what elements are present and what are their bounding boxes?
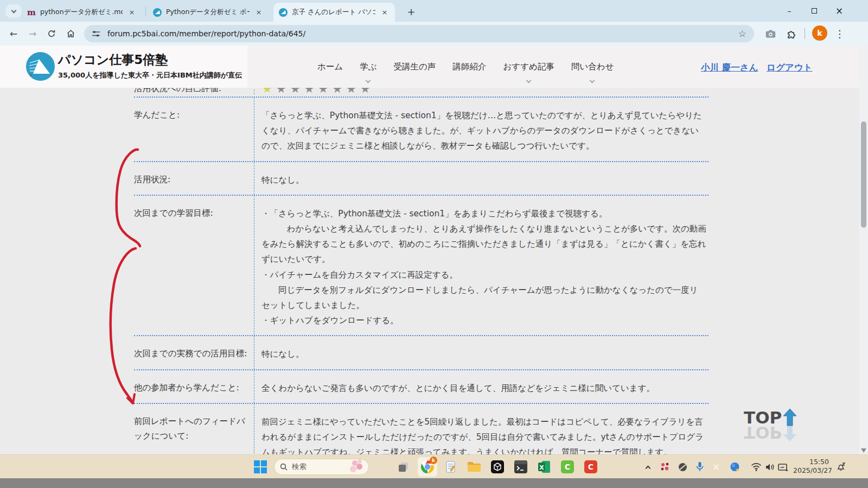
excel-button[interactable]: X — [537, 459, 552, 474]
black-cube-app-button[interactable] — [490, 459, 505, 474]
home-icon — [66, 29, 75, 38]
url-text[interactable]: forum.pc5bai.com/member/report/python-da… — [107, 29, 738, 38]
tray-overflow-button[interactable] — [640, 459, 655, 474]
tab-markdown[interactable]: m pythonデータ分析ゼミ.md × — [22, 3, 142, 22]
nav-item-voices[interactable]: 受講生の声 — [394, 61, 436, 73]
task-view-button[interactable] — [396, 459, 411, 474]
row-label: 次回までの学習目標: — [134, 196, 254, 336]
blocked-circle-icon — [678, 462, 688, 472]
speaker-icon — [765, 463, 775, 472]
close-button[interactable]: × — [827, 0, 852, 22]
tray-date: 2025/03/27 — [793, 466, 829, 475]
maximize-button[interactable] — [802, 0, 827, 22]
notepad-taskbar-button[interactable] — [443, 459, 458, 474]
tray-clock[interactable]: 15:50 2025/03/27 — [793, 458, 829, 475]
tray-pink-app-button[interactable] — [658, 459, 673, 474]
site-favicon-icon — [279, 8, 288, 17]
main-nav: ホーム 学ぶ 受講生の声 講師紹介 おすすめ記事 問い合わせ — [317, 46, 614, 88]
extensions-button[interactable] — [783, 25, 799, 42]
tab-search-button[interactable] — [5, 4, 22, 18]
row-label: 次回までの実務での活用目標: — [134, 336, 254, 369]
microphone-icon — [696, 461, 704, 472]
chrome-profile-badge: k — [430, 457, 437, 464]
bookmark-star-icon[interactable]: ☆ — [738, 28, 746, 39]
search-icon — [280, 463, 288, 471]
tab-report-active[interactable]: 京子 さんのレポート パソコン仕事 5 × — [273, 3, 395, 22]
web-page: 活用状況への自己評価: ★★★★★★★★ 学んだこと: 「さらっと学ぶ、Pyth… — [0, 46, 868, 454]
url-bar[interactable]: forum.pc5bai.com/member/report/python-da… — [84, 25, 754, 42]
chevron-down-icon — [590, 78, 595, 83]
site-title[interactable]: パソコン仕事5倍塾 — [58, 52, 168, 68]
terminal-button[interactable] — [513, 459, 528, 474]
browser-menu-button[interactable]: ⋮ — [832, 25, 848, 42]
tray-wifi-button[interactable] — [749, 459, 764, 474]
tab-title: 京子 さんのレポート パソコン仕事 5 — [292, 8, 375, 17]
nav-item-articles[interactable]: おすすめ記事 — [503, 61, 554, 73]
profile-avatar[interactable]: k — [812, 25, 827, 41]
maximize-icon — [812, 8, 817, 14]
site-logo[interactable] — [26, 52, 55, 81]
start-button[interactable] — [254, 460, 267, 473]
table-row: 次回までの学習目標: ・「さらっと学ぶ、Python基礎文法 - section… — [134, 196, 709, 337]
reload-icon — [47, 29, 56, 38]
nav-item-instructors[interactable]: 講師紹介 — [452, 61, 486, 73]
pyramid-logo-icon — [26, 52, 55, 81]
user-name-link[interactable]: 小川 慶一さん — [701, 62, 758, 74]
tray-globe-button[interactable] — [727, 459, 742, 474]
tab-close-icon[interactable]: × — [127, 8, 137, 17]
tray-volume-button[interactable] — [762, 459, 777, 474]
back-button[interactable]: ← — [5, 25, 22, 42]
camera-icon — [765, 30, 776, 38]
red-c-app-button[interactable]: C — [583, 459, 598, 474]
table-row: 次回までの実務での活用目標: 特になし。 — [134, 336, 709, 370]
back-to-top-button[interactable]: TOP TOP — [744, 408, 803, 440]
markdown-file-icon: m — [27, 8, 36, 17]
scrollbar-down-arrow-icon[interactable] — [861, 448, 866, 453]
tray-microphone-button[interactable] — [692, 459, 707, 474]
green-c-app-button[interactable]: C — [560, 459, 575, 474]
nav-item-contact[interactable]: 問い合わせ — [571, 61, 614, 73]
tray-close-button[interactable]: × — [709, 459, 724, 474]
site-subtitle: 35,000人を指導した東大卒・元日本IBM社内講師が直伝 — [58, 70, 242, 80]
table-row: 学んだこと: 「さらっと学ぶ、Python基礎文法 - section1」を視聴… — [134, 98, 709, 162]
nav-item-learn[interactable]: 学ぶ — [360, 61, 376, 73]
puzzle-icon — [787, 29, 796, 38]
row-value: ・「さらっと学ぶ、Python基礎文法 - section1」をあまりこだわらず… — [254, 196, 709, 336]
tab-separator — [145, 7, 146, 16]
logout-link[interactable]: ログアウト — [767, 62, 812, 74]
tab-close-icon[interactable]: × — [380, 8, 390, 17]
page-scrollbar[interactable] — [859, 46, 868, 454]
row-value: 特になし。 — [254, 162, 709, 195]
home-button[interactable] — [62, 25, 79, 42]
pen-tablet-icon — [778, 463, 789, 472]
reload-button[interactable] — [43, 25, 60, 42]
tray-time: 15:50 — [793, 458, 829, 466]
tab-close-icon[interactable]: × — [254, 8, 264, 17]
scrollbar-thumb[interactable] — [861, 121, 866, 228]
tray-blocked-button[interactable] — [675, 459, 690, 474]
screenshot-camera-button[interactable] — [762, 25, 778, 42]
browser-window: m pythonデータ分析ゼミ.md × Pythonデータ分析ゼミ ポータルト… — [0, 0, 868, 488]
forward-button[interactable]: → — [24, 25, 41, 42]
site-favicon-icon — [153, 8, 162, 17]
row-value: 全くわからないご発言も多いのですが、とにかく目を通して、用語などをジェミニ様に聞… — [254, 370, 709, 403]
top-reflection: TOP — [744, 423, 803, 442]
chrome-taskbar-button[interactable]: k — [420, 459, 435, 474]
taskbar-search[interactable]: 検索 — [274, 459, 369, 475]
tab-bar: m pythonデータ分析ゼミ.md × Pythonデータ分析ゼミ ポータルト… — [0, 0, 868, 22]
tray-pen-device-button[interactable] — [776, 459, 791, 474]
search-placeholder: 検索 — [292, 462, 343, 472]
nav-item-home[interactable]: ホーム — [317, 61, 343, 73]
blue-globe-icon — [730, 462, 740, 472]
cube-app-icon — [491, 460, 504, 473]
wifi-icon — [751, 463, 762, 471]
minimize-button[interactable]: – — [777, 0, 802, 22]
row-value: 特になし。 — [254, 336, 709, 369]
file-explorer-button[interactable] — [467, 459, 482, 474]
folder-icon — [467, 461, 481, 473]
screen-bottom-strip — [0, 478, 868, 488]
tab-portal[interactable]: Pythonデータ分析ゼミ ポータルトップ × — [148, 3, 269, 22]
new-tab-button[interactable]: + — [404, 4, 418, 18]
notification-bell-button[interactable] — [833, 459, 848, 474]
excel-icon: X — [538, 460, 551, 473]
